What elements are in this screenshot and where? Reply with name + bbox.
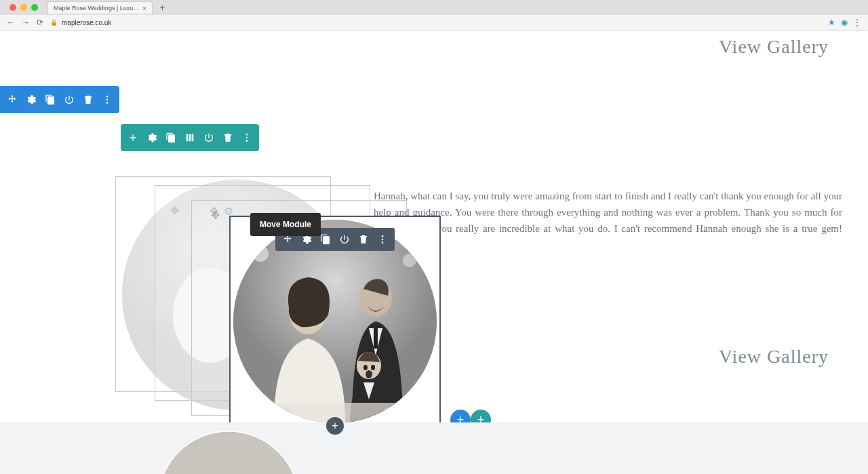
row-columns-icon[interactable]	[180, 128, 199, 147]
svg-point-10	[252, 245, 269, 262]
row-power-icon[interactable]	[199, 128, 218, 147]
view-gallery-link-top[interactable]: View Gallery	[719, 36, 829, 58]
svg-point-23	[382, 405, 423, 421]
section-power-icon[interactable]	[60, 90, 79, 109]
svg-point-18	[363, 365, 368, 370]
module-delete-icon[interactable]	[354, 230, 373, 249]
close-window-button[interactable]	[9, 4, 16, 11]
svg-point-4	[246, 137, 248, 139]
row-toolbar	[121, 124, 259, 151]
svg-point-2	[106, 102, 108, 104]
section-more-icon[interactable]	[98, 90, 117, 109]
browser-tab[interactable]: Maple Rose Weddings | Luxu... ×	[47, 1, 153, 14]
address-bar-row: ← → ⟳ 🔒 maplerose.co.uk ★ ◉ ⋮	[0, 15, 868, 30]
tab-bar: Maple Rose Weddings | Luxu... × +	[0, 0, 868, 15]
row-delete-icon[interactable]	[218, 128, 237, 147]
svg-point-20	[366, 370, 372, 378]
bookmark-icon[interactable]: ★	[828, 18, 835, 27]
svg-point-22	[257, 404, 291, 418]
lock-icon: 🔒	[50, 19, 58, 26]
move-module-tooltip: Move Module	[250, 213, 321, 236]
svg-point-1	[106, 99, 108, 101]
row-duplicate-icon[interactable]	[161, 128, 180, 147]
next-section	[0, 422, 868, 474]
section-duplicate-icon[interactable]	[41, 90, 60, 109]
module-image-dragging[interactable]: +	[229, 216, 441, 427]
browser-chrome: Maple Rose Weddings | Luxu... × + ← → ⟳ …	[0, 0, 868, 31]
svg-point-5	[246, 140, 248, 142]
module-more-icon[interactable]	[373, 230, 392, 249]
minimize-window-button[interactable]	[20, 4, 27, 11]
new-tab-button[interactable]: +	[159, 2, 165, 13]
tab-close-icon[interactable]: ×	[142, 4, 146, 12]
row-settings-icon[interactable]	[142, 128, 161, 147]
module-add-button[interactable]: +	[326, 417, 344, 435]
forward-button[interactable]: →	[22, 18, 30, 27]
section-move-icon[interactable]	[3, 90, 22, 109]
svg-point-0	[106, 96, 108, 98]
extension-icon[interactable]: ◉	[841, 18, 848, 27]
address-bar[interactable]: 🔒 maplerose.co.uk	[50, 19, 111, 26]
section-toolbar	[0, 86, 119, 113]
module-power-icon[interactable]	[335, 230, 354, 249]
window-controls	[4, 4, 43, 11]
testimonial-text: Hannah, what can I say, you truly were a…	[374, 188, 842, 253]
row-more-icon[interactable]	[237, 128, 256, 147]
row-add-icon[interactable]	[123, 128, 142, 147]
svg-point-12	[403, 254, 416, 267]
tab-title: Maple Rose Weddings | Luxu...	[54, 5, 138, 12]
section-delete-icon[interactable]	[79, 90, 98, 109]
section-settings-icon[interactable]	[22, 90, 41, 109]
url-text: maplerose.co.uk	[62, 19, 111, 26]
svg-point-26	[382, 241, 384, 243]
view-gallery-link-mid[interactable]: View Gallery	[719, 346, 829, 368]
svg-point-19	[371, 365, 375, 370]
reload-button[interactable]: ⟳	[37, 18, 43, 27]
page-content: View Gallery ✥ ✥⚙ ✥ Hann	[0, 31, 868, 474]
maximize-window-button[interactable]	[31, 4, 38, 11]
svg-rect-16	[374, 328, 378, 349]
svg-point-3	[246, 134, 248, 136]
back-button[interactable]: ←	[7, 18, 15, 27]
svg-point-25	[382, 239, 384, 241]
svg-point-24	[382, 235, 384, 237]
browser-menu-icon[interactable]: ⋮	[853, 18, 861, 27]
